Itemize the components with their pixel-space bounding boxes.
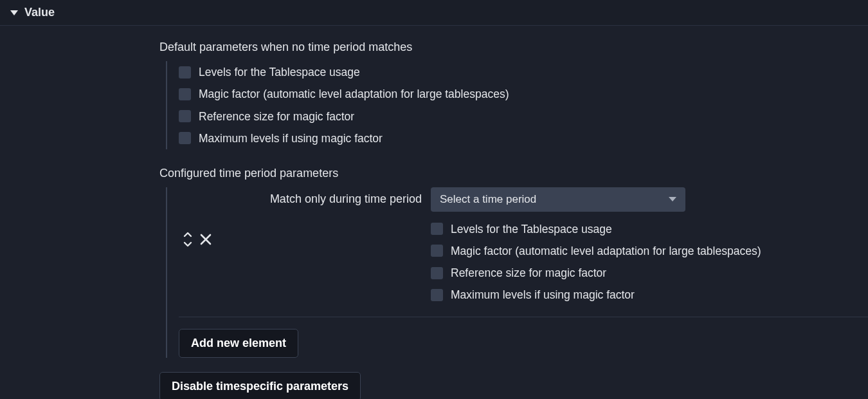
section-title: Value — [24, 4, 55, 21]
remove-entry-icon[interactable] — [199, 233, 212, 246]
default-params-heading: Default parameters when no time period m… — [159, 39, 868, 56]
section-header[interactable]: Value — [0, 0, 868, 26]
default-option-row: Magic factor (automatic level adaptation… — [179, 83, 868, 105]
checkbox-default-max-levels[interactable] — [179, 132, 191, 144]
checkbox-default-levels[interactable] — [179, 66, 191, 79]
configured-option-row: Maximum levels if using magic factor — [431, 284, 761, 306]
section-body: Default parameters when no time period m… — [0, 26, 868, 399]
time-period-placeholder: Select a time period — [440, 191, 536, 208]
checkbox-default-reference-size[interactable] — [179, 110, 191, 122]
checkbox-label: Levels for the Tablespace usage — [451, 221, 612, 237]
default-params-group: Levels for the Tablespace usage Magic fa… — [166, 61, 868, 149]
configured-option-row: Magic factor (automatic level adaptation… — [431, 240, 761, 262]
default-option-row: Reference size for magic factor — [179, 106, 868, 127]
checkbox-config-magic-factor[interactable] — [431, 245, 443, 257]
configured-options: Levels for the Tablespace usage Magic fa… — [422, 218, 761, 306]
add-element-button[interactable]: Add new element — [179, 329, 298, 358]
configured-option-row: Reference size for magic factor — [431, 262, 761, 284]
checkbox-label: Maximum levels if using magic factor — [199, 130, 383, 147]
checkbox-label: Magic factor (automatic level adaptation… — [451, 243, 761, 259]
time-period-select[interactable]: Select a time period — [431, 187, 685, 212]
caret-down-icon — [669, 197, 676, 201]
checkbox-config-reference-size[interactable] — [431, 267, 443, 279]
checkbox-default-magic-factor[interactable] — [179, 88, 191, 100]
entry-controls — [179, 218, 228, 248]
disable-row: Disable timespecific parameters — [159, 372, 868, 400]
configured-params-group: Match only during time period Select a t… — [166, 187, 868, 358]
checkbox-config-max-levels[interactable] — [431, 289, 443, 301]
checkbox-config-levels[interactable] — [431, 223, 443, 235]
checkbox-label: Reference size for magic factor — [451, 264, 606, 281]
time-period-row: Match only during time period Select a t… — [179, 187, 868, 212]
time-period-entry: Levels for the Tablespace usage Magic fa… — [179, 218, 868, 306]
reorder-handle-icon[interactable] — [181, 231, 194, 248]
configured-option-row: Levels for the Tablespace usage — [431, 218, 761, 240]
default-option-row: Levels for the Tablespace usage — [179, 61, 868, 83]
add-element-row: Add new element — [179, 329, 868, 358]
configured-params-heading: Configured time period parameters — [159, 165, 868, 182]
disable-timespecific-button[interactable]: Disable timespecific parameters — [159, 372, 361, 400]
checkbox-label: Maximum levels if using magic factor — [451, 286, 635, 303]
chevron-down-icon — [10, 10, 18, 15]
divider — [179, 317, 868, 317]
default-option-row: Maximum levels if using magic factor — [179, 127, 868, 149]
checkbox-label: Magic factor (automatic level adaptation… — [199, 86, 509, 102]
checkbox-label: Levels for the Tablespace usage — [199, 64, 360, 80]
checkbox-label: Reference size for magic factor — [199, 108, 354, 125]
match-period-label: Match only during time period — [179, 190, 422, 208]
